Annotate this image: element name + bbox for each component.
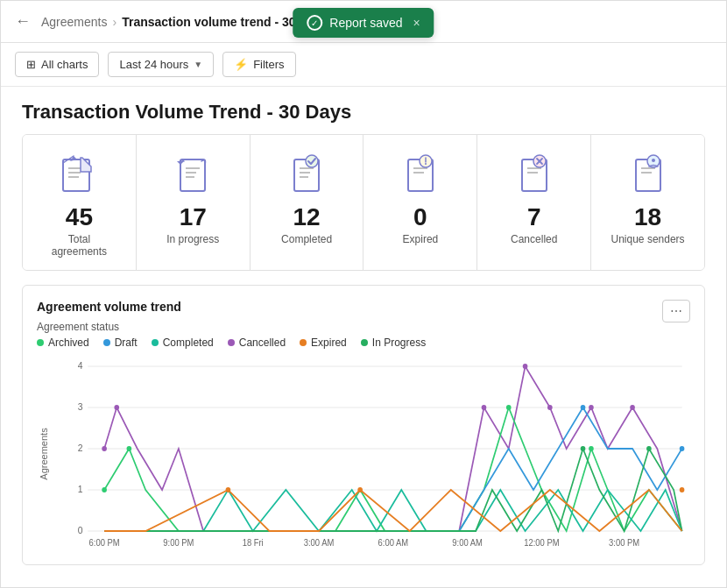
- stat-number-unique: 18: [634, 205, 661, 230]
- stat-number-total: 45: [66, 205, 93, 230]
- chart-info: Agreement volume trend Agreement status …: [37, 300, 426, 349]
- svg-text:0: 0: [78, 525, 83, 535]
- cancelled-label: Cancelled: [239, 337, 286, 349]
- chart-header: Agreement volume trend Agreement status …: [37, 300, 690, 349]
- inprogress-label: In Progress: [372, 337, 426, 349]
- svg-point-66: [646, 446, 652, 451]
- stat-number-cancelled: 7: [527, 205, 541, 230]
- time-filter-label: Last 24 hours: [119, 58, 188, 71]
- stat-number-inprogress: 17: [180, 205, 207, 230]
- charts-icon: ⊞: [26, 58, 36, 71]
- svg-point-64: [680, 446, 685, 451]
- send-icon: [56, 151, 102, 196]
- svg-point-53: [114, 405, 119, 410]
- inprogress-icon: [170, 151, 215, 196]
- stat-label-unique: Unique senders: [611, 233, 685, 245]
- draft-dot: [103, 339, 110, 346]
- svg-point-61: [506, 405, 512, 410]
- chart-title: Agreement volume trend: [37, 300, 426, 314]
- chart-menu-button[interactable]: ⋯: [662, 300, 690, 322]
- svg-point-56: [547, 405, 553, 410]
- expired-icon: [398, 151, 443, 196]
- back-button[interactable]: ←: [15, 12, 31, 31]
- stat-card-cancelled: 7 Cancelled: [477, 135, 591, 270]
- unique-senders-icon: [625, 151, 671, 196]
- svg-point-54: [482, 405, 487, 410]
- stat-card-inprogress: 17 In progress: [137, 135, 251, 270]
- stat-card-expired: 0 Expired: [364, 135, 477, 270]
- svg-text:12:00 PM: 12:00 PM: [524, 538, 559, 548]
- legend-item-cancelled: Cancelled: [228, 337, 286, 349]
- archived-label: Archived: [48, 337, 89, 349]
- legend-item-inprogress: In Progress: [361, 337, 426, 349]
- stat-card-total: 45 Totalagreements: [23, 135, 137, 270]
- svg-point-69: [680, 487, 685, 492]
- legend-item-archived: Archived: [37, 337, 89, 349]
- chart-svg: 4 3 2 1 0 6:00 PM 9:00 PM 18 Fri 3:00 AM…: [63, 358, 690, 550]
- svg-text:3: 3: [78, 401, 83, 412]
- stat-number-expired: 0: [413, 205, 427, 230]
- expired-dot: [300, 339, 307, 346]
- svg-point-62: [589, 446, 594, 451]
- draft-label: Draft: [115, 337, 138, 349]
- legend-item-completed: Completed: [152, 337, 214, 349]
- chevron-down-icon: ▼: [194, 60, 202, 69]
- svg-point-65: [581, 446, 586, 451]
- svg-point-33: [652, 159, 655, 162]
- stat-label-total: Totalagreements: [52, 233, 107, 258]
- toast-notification: ✓ Report saved ×: [293, 8, 434, 38]
- all-charts-button[interactable]: ⊞ All charts: [15, 52, 99, 77]
- stat-card-unique: 18 Unique senders: [591, 135, 704, 270]
- svg-text:1: 1: [78, 484, 83, 494]
- stat-card-completed: 12 Completed: [251, 135, 364, 270]
- header: ← Agreements › Transaction volume trend …: [1, 1, 726, 43]
- svg-point-68: [357, 487, 363, 492]
- legend-items: Archived Draft Completed Cancelled: [37, 337, 426, 349]
- y-axis-label: Agreements: [39, 428, 49, 479]
- breadcrumb: Agreements › Transaction volume trend - …: [41, 15, 327, 29]
- legend-item-draft: Draft: [103, 337, 138, 349]
- stat-number-completed: 12: [293, 205, 320, 230]
- breadcrumb-separator: ›: [112, 15, 116, 29]
- chart-container: Agreement volume trend Agreement status …: [22, 285, 705, 565]
- toast-message: Report saved: [329, 16, 402, 30]
- toast-check-icon: ✓: [307, 15, 322, 31]
- svg-point-58: [630, 405, 635, 410]
- chart-area: 4 3 2 1 0 6:00 PM 9:00 PM 18 Fri 3:00 AM…: [63, 358, 690, 550]
- svg-text:4: 4: [78, 360, 83, 371]
- breadcrumb-parent[interactable]: Agreements: [41, 15, 107, 29]
- inprogress-dot: [361, 339, 368, 346]
- stat-label-expired: Expired: [403, 233, 439, 245]
- svg-point-57: [589, 405, 594, 410]
- stat-label-inprogress: In progress: [166, 233, 219, 245]
- filter-icon: ⚡: [234, 58, 248, 71]
- svg-point-52: [102, 446, 107, 451]
- stat-label-completed: Completed: [281, 233, 332, 245]
- legend-title: Agreement status: [37, 321, 426, 333]
- svg-rect-7: [180, 159, 205, 191]
- completed-dot: [152, 339, 159, 346]
- svg-point-67: [226, 487, 231, 492]
- svg-point-55: [523, 364, 528, 369]
- filters-button[interactable]: ⚡ Filters: [222, 52, 295, 77]
- svg-point-22: [425, 163, 427, 165]
- time-filter-button[interactable]: Last 24 hours ▼: [108, 52, 214, 77]
- svg-point-60: [127, 446, 132, 451]
- stats-row: 45 Totalagreements 17 In progress: [22, 134, 705, 271]
- page-title: Transaction Volume Trend - 30 Days: [1, 87, 726, 134]
- svg-text:18 Fri: 18 Fri: [243, 538, 264, 548]
- svg-point-59: [102, 487, 107, 492]
- svg-text:9:00 AM: 9:00 AM: [452, 538, 483, 548]
- cancelled-icon: [512, 151, 557, 196]
- svg-text:2: 2: [78, 443, 83, 453]
- svg-text:6:00 PM: 6:00 PM: [89, 538, 120, 548]
- legend-item-expired: Expired: [300, 337, 347, 349]
- svg-point-63: [581, 405, 586, 410]
- cancelled-dot: [228, 339, 235, 346]
- stat-label-cancelled: Cancelled: [511, 233, 557, 245]
- toast-close-button[interactable]: ×: [413, 16, 420, 30]
- svg-text:3:00 AM: 3:00 AM: [304, 538, 335, 548]
- chart-wrapper: Agreements 4 3 2 1 0 6:00 PM: [37, 358, 690, 550]
- toolbar: ⊞ All charts Last 24 hours ▼ ⚡ Filters: [1, 43, 726, 87]
- expired-label: Expired: [311, 337, 347, 349]
